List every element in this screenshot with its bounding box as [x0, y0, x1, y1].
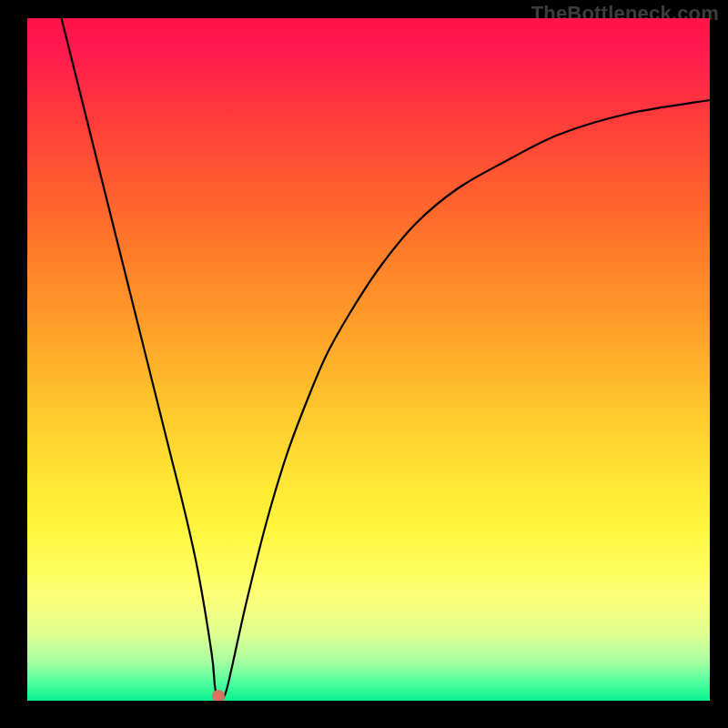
plot-area [27, 18, 710, 701]
curve-svg [27, 18, 710, 701]
optimum-marker [212, 690, 225, 701]
bottleneck-chart: TheBottleneck.com [0, 0, 728, 728]
bottleneck-curve-path [62, 18, 711, 701]
